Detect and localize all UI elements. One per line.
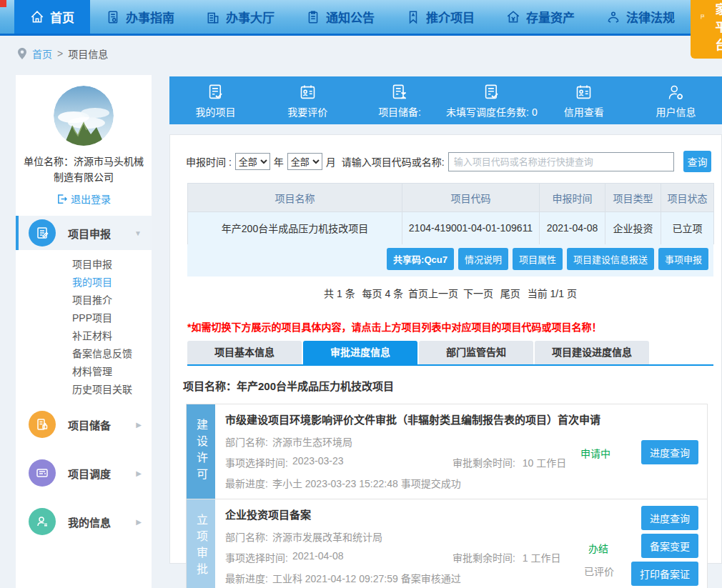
prev-page-link[interactable]: 上一页: [428, 288, 458, 299]
sidebar-item-label: 项目申报: [68, 226, 111, 241]
stage-label: 建设许可: [187, 404, 215, 499]
tab-dept-supervision[interactable]: 部门监管告知: [419, 341, 533, 364]
last-page-link[interactable]: 尾页: [500, 288, 520, 299]
stage-label: 立项审批: [187, 499, 215, 588]
house-yen-icon: [506, 10, 520, 24]
avatar[interactable]: [54, 86, 114, 146]
sidebar-item-project-schedule[interactable]: 项目调度 ▶: [16, 456, 152, 490]
matter-title: 市级建设项目环境影响评价文件审批（非辐射类且编制报告表的项目）首次申请: [225, 412, 661, 428]
toolbar-user-info[interactable]: 用户信息: [630, 83, 722, 119]
nav-label: 推介项目: [426, 8, 475, 26]
nav-item-notice[interactable]: 通知公告: [290, 0, 390, 34]
per-page: 每页 4 条: [362, 288, 404, 299]
dept-label: 部门名称:: [225, 434, 268, 449]
sidebar-subitem-supplement[interactable]: 补正材料: [16, 327, 152, 345]
toolbar-pending-schedule-tasks[interactable]: 未填写调度任务数: 0: [445, 83, 538, 119]
sidebar-subitem-ppp[interactable]: PPP项目: [16, 309, 152, 327]
sidebar-item-label: 我的信息: [68, 514, 111, 529]
nav-label: 首页: [50, 8, 74, 26]
tab-basic-info[interactable]: 项目基本信息: [187, 341, 302, 364]
toolbar-my-projects[interactable]: 我的项目: [169, 83, 262, 119]
top-navigation: 首页 办事指南 办事大厅 通知公告 推介项目 存量资产 法律法规 国家平台: [0, 0, 722, 36]
print-filing-cert-button[interactable]: 打印备案证: [631, 562, 698, 586]
month-select[interactable]: 全部: [287, 153, 322, 170]
toolbar-label: 信用查看: [564, 104, 604, 119]
progress-query-button[interactable]: 进度查询: [641, 506, 698, 530]
toolbar-project-reserve[interactable]: 项目储备:: [354, 83, 446, 119]
logout-link[interactable]: 退出登录: [16, 191, 152, 206]
nav-item-law[interactable]: 法律法规: [590, 0, 691, 34]
declare-time-label: 申报时间 :: [186, 154, 232, 169]
nav-item-home[interactable]: 首页: [14, 0, 90, 34]
current-page: 当前 1/1 页: [528, 288, 577, 299]
query-button[interactable]: 查询: [683, 151, 711, 172]
evaluated-badge: 已评价: [584, 564, 614, 578]
sidebar-item-my-info[interactable]: 我的信息 ▶: [16, 504, 152, 539]
projects-table: 项目名称 项目代码 申报时间 项目类型 项目状态 年产200台半成品压力机技改项…: [187, 183, 714, 244]
col-project-name: 项目名称: [188, 184, 402, 212]
progress-label: 最新进度:: [225, 571, 268, 585]
approval-card-construction-permit: 建设许可 市级建设项目环境影响评价文件审批（非辐射类且编制报告表的项目）首次申请…: [186, 404, 708, 499]
table-row[interactable]: 年产200台半成品压力机技改项目 2104-419001-04-01-10961…: [188, 212, 714, 244]
switch-project-notice: *如需切换下方展示的项目具体内容，请点击上方项目列表中对应项目的项目代码或项目名…: [187, 319, 711, 334]
search-input[interactable]: [448, 152, 674, 171]
nav-item-promote[interactable]: 推介项目: [390, 0, 490, 34]
breadcrumb-home-link[interactable]: 首页: [32, 46, 52, 61]
chevron-down-icon: ▼: [134, 229, 142, 237]
approval-card-project-filing: 立项审批 企业投资项目备案 部门名称: 济源市发展改革和统计局 事项选择时间: …: [186, 499, 708, 588]
nav-label: 存量资产: [526, 8, 575, 26]
nav-item-guide[interactable]: 办事指南: [90, 0, 190, 34]
situation-note-button[interactable]: 情况说明: [458, 248, 508, 270]
remain-label: 审批剩余时间:: [453, 457, 515, 469]
chevron-right-icon: ▶: [136, 421, 142, 429]
project-reserve-icon: [29, 411, 56, 438]
cell-project-status: 已立项: [661, 212, 714, 244]
sidebar-subitem-record-feedback[interactable]: 备案信息反馈: [16, 345, 152, 363]
building-icon: [206, 10, 220, 24]
tab-approval-progress[interactable]: 审批进度信息: [303, 341, 417, 364]
sidebar-item-project-reserve[interactable]: 项目储备 ▶: [16, 407, 152, 442]
construction-info-report-button[interactable]: 项目建设信息报送: [567, 248, 654, 270]
progress-query-button[interactable]: 进度查询: [641, 440, 698, 464]
nav-label: 办事大厅: [226, 8, 275, 26]
matter-declare-button[interactable]: 事项申报: [658, 248, 708, 270]
remain-label: 审批剩余时间:: [453, 552, 515, 564]
sidebar-subitem-history-link[interactable]: 历史项目关联: [16, 381, 152, 399]
next-page-link[interactable]: 下一页: [463, 288, 493, 299]
nav-item-assets[interactable]: 存量资产: [490, 0, 590, 34]
doc-hourglass-icon: [390, 83, 410, 102]
approval-cards: 建设许可 市级建设项目环境影响评价文件审批（非辐射类且编制报告表的项目）首次申请…: [186, 404, 708, 588]
select-time-label: 事项选择时间:: [225, 550, 288, 564]
breadcrumb-separator: >: [57, 48, 63, 59]
first-page-link[interactable]: 首页: [408, 288, 428, 299]
sidebar-subitem-declare[interactable]: 项目申报: [16, 256, 152, 274]
project-name-line: 项目名称：年产200台半成品压力机技改项目: [183, 378, 711, 393]
eval-card-icon: [298, 83, 317, 102]
progress-label: 最新进度:: [225, 476, 268, 490]
sidebar-item-project-declare[interactable]: 项目申报 ▼: [16, 216, 152, 250]
search-input-label: 请输入项目代码或名称:: [342, 154, 445, 169]
status-badge: 申请中: [580, 446, 610, 460]
sidebar-subitem-my-projects[interactable]: 我的项目: [16, 274, 152, 291]
toolbar-credit-view[interactable]: 信用查看: [538, 83, 630, 119]
nav-item-hall[interactable]: 办事大厅: [190, 0, 290, 34]
project-attr-button[interactable]: 项目属性: [513, 248, 563, 270]
dept-value: 济源市发展改革和统计局: [272, 529, 382, 544]
year-unit: 年: [274, 154, 284, 169]
cell-project-name[interactable]: 年产200台半成品压力机技改项目: [188, 212, 402, 244]
cell-project-code[interactable]: 2104-419001-04-01-109611: [402, 212, 540, 244]
detail-tabs: 项目基本信息 审批进度信息 部门监管告知 项目建设进度信息: [187, 341, 713, 366]
toolbar-evaluate[interactable]: 我要评价: [262, 83, 354, 119]
filing-change-button[interactable]: 备案变更: [641, 534, 698, 558]
year-select[interactable]: 全部: [235, 153, 270, 170]
dept-value: 济源市生态环境局: [272, 434, 352, 449]
guide-document-icon: [106, 10, 120, 24]
progress-value: 李小土 2023-03-23 15:22:48 事项提交成功: [272, 476, 461, 490]
tab-construction-progress[interactable]: 项目建设进度信息: [535, 341, 649, 364]
sidebar-subitem-materials[interactable]: 材料管理: [16, 363, 152, 381]
org-name: 单位名称：济源市马头机械制造有限公司: [16, 154, 152, 185]
clipboard-icon: [306, 10, 320, 24]
nav-label: 法律法规: [626, 8, 675, 26]
share-code-button[interactable]: 共享码:Qcu7: [387, 248, 454, 270]
sidebar-subitem-promote[interactable]: 项目推介: [16, 291, 152, 309]
